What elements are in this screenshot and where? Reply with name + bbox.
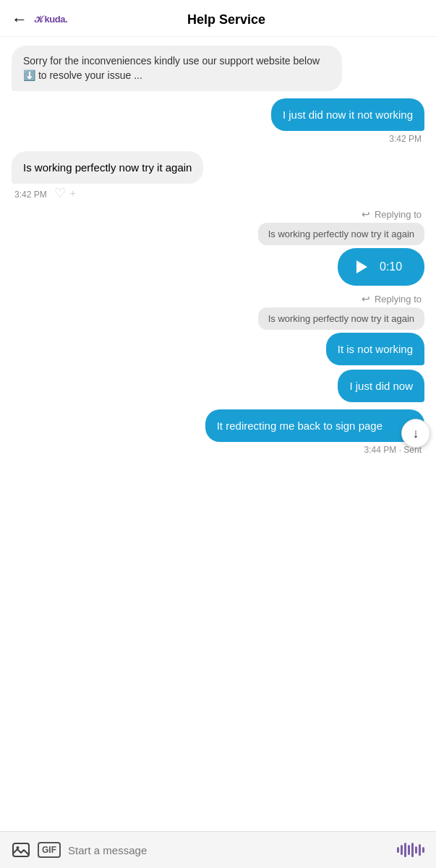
heart-icon[interactable]: ♡ xyxy=(54,185,66,201)
reply-context-text: Is working perfectly now try it again xyxy=(268,229,414,239)
reply-context-text: Is working perfectly now try it again xyxy=(268,313,414,324)
message-text: Sorry for the inconveniences kindly use … xyxy=(23,55,320,81)
input-bar: GIF xyxy=(0,831,436,868)
message-text: I just did now it not working xyxy=(283,109,413,121)
back-button[interactable]: ← xyxy=(12,10,27,29)
list-item: Sorry for the inconveniences kindly use … xyxy=(12,46,424,91)
list-item: It redirecting me back to sign page ↓ 3:… xyxy=(12,409,424,455)
list-item: I just did now it not working 3:42 PM xyxy=(12,98,424,144)
reply-icon: ↩ xyxy=(362,208,370,220)
list-item: ↩ Replying to Is working perfectly now t… xyxy=(12,208,424,286)
outgoing-bubble: I just did now xyxy=(338,370,424,402)
timestamp: 3:42 PM xyxy=(12,190,50,200)
audio-duration: 0:10 xyxy=(380,260,402,273)
reply-context: Is working perfectly now try it again xyxy=(258,223,424,245)
incoming-bubble: Sorry for the inconveniences kindly use … xyxy=(12,46,342,91)
logo-text: 𝒦 kuda. xyxy=(35,14,67,25)
plus-icon[interactable]: + xyxy=(70,187,76,199)
audio-bubble[interactable]: 0:10 xyxy=(338,248,424,286)
reply-indicator: ↩ Replying to xyxy=(362,208,424,220)
gif-button[interactable]: GIF xyxy=(38,842,61,858)
reply-label: Replying to xyxy=(375,294,422,305)
list-item: ↩ Replying to Is working perfectly now t… xyxy=(12,293,424,402)
image-button[interactable] xyxy=(12,841,30,859)
reply-label: Replying to xyxy=(375,209,422,220)
list-item: Is working perfectly now try it again 3:… xyxy=(12,151,424,201)
outgoing-bubble: It is not working xyxy=(326,333,424,365)
reply-context: Is working perfectly now try it again xyxy=(258,307,424,330)
outgoing-bubble: I just did now it not working xyxy=(271,98,424,131)
svg-rect-0 xyxy=(13,843,29,856)
message-text: It redirecting me back to sign page xyxy=(217,420,382,432)
message-text: I just did now xyxy=(349,380,413,392)
reply-indicator: ↩ Replying to xyxy=(362,293,424,305)
timestamp: 3:42 PM xyxy=(386,134,424,144)
header: ← 𝒦 kuda. Help Service xyxy=(0,0,436,37)
play-triangle-icon xyxy=(356,260,367,273)
message-text: Is working perfectly now try it again xyxy=(23,161,192,174)
voice-button[interactable] xyxy=(397,843,424,857)
play-button[interactable] xyxy=(351,257,371,277)
message-text: It is not working xyxy=(338,343,413,355)
reaction-row: 3:42 PM ♡ + xyxy=(12,185,76,201)
reply-icon: ↩ xyxy=(362,293,370,305)
outgoing-bubble: It redirecting me back to sign page ↓ xyxy=(205,409,424,442)
kuda-logo: 𝒦 kuda. xyxy=(35,14,67,25)
chat-area: Sorry for the inconveniences kindly use … xyxy=(0,37,436,831)
message-input[interactable] xyxy=(68,844,390,856)
incoming-bubble: Is working perfectly now try it again xyxy=(12,151,203,184)
arrow-down-icon: ↓ xyxy=(413,425,419,443)
scroll-down-button[interactable]: ↓ xyxy=(401,419,430,448)
page-title: Help Service xyxy=(72,12,381,27)
